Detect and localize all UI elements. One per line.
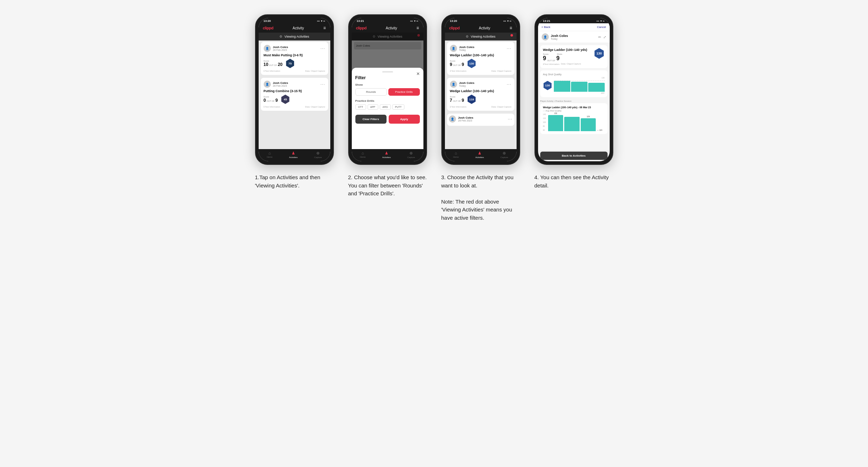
card-stats-1-2: Score 0 OUT OF 9 45 bbox=[264, 95, 325, 104]
user-info-1-2: Josh Coles 28 Feb 2023 bbox=[273, 81, 321, 87]
viewing-activities-bar-1[interactable]: ⚙ Viewing Activities bbox=[259, 33, 330, 40]
status-bar-2: 13:21 ▪▪▪ ▾ ▪▪ bbox=[352, 18, 423, 23]
user-name-1-2: Josh Coles bbox=[273, 81, 321, 85]
wifi-icon: ▾ bbox=[321, 20, 322, 23]
score-value-3-2: 7 bbox=[450, 98, 452, 103]
settings-icon-3: ⚙ bbox=[466, 35, 469, 38]
user-date-1-1: 28 Feb 2023 bbox=[273, 49, 321, 51]
bottom-nav-capture-3[interactable]: ⊕ Capture bbox=[500, 151, 508, 158]
status-time-4: 13:21 bbox=[543, 19, 550, 23]
back-to-activities-btn-4[interactable]: Back to Activities bbox=[540, 152, 608, 160]
chip-putt[interactable]: PUTT bbox=[392, 104, 404, 110]
status-time-1: 13:20 bbox=[264, 19, 271, 23]
practice-session-4: Player Activity • Practice Session bbox=[540, 99, 608, 103]
detail-user-name-4: Josh Coles bbox=[551, 34, 598, 38]
rounds-btn[interactable]: Rounds bbox=[355, 88, 387, 96]
filter-title-2: Filter bbox=[355, 75, 420, 80]
status-icons-2: ▪▪▪ ▾ ▪▪ bbox=[410, 20, 418, 23]
filter-close-btn[interactable]: ✕ bbox=[416, 71, 420, 76]
battery-icon-2: ▪▪ bbox=[417, 20, 418, 22]
chip-ott[interactable]: OTT bbox=[355, 104, 366, 110]
back-btn-4[interactable]: < Back bbox=[542, 25, 551, 29]
phone-screen-1: 13:20 ▪▪▪ ▾ ▪▪ clippd Activity ≡ ⚙ bbox=[259, 18, 330, 161]
bottom-nav-home-3[interactable]: ⌂ Home bbox=[453, 151, 459, 158]
filter-drills-label: Practice Drills bbox=[355, 99, 420, 103]
screen-dimmer-2 bbox=[352, 33, 423, 73]
nav-bar-3: clippd Activity ≡ bbox=[445, 23, 517, 33]
wifi-icon-3: ▾ bbox=[507, 20, 509, 23]
detail-icons-4: ✏ ⤢ bbox=[598, 35, 606, 39]
shots-value-1-1: 20 bbox=[278, 62, 282, 67]
cancel-btn-4[interactable]: Cancel bbox=[597, 25, 606, 29]
chart-bars-4 bbox=[554, 79, 605, 92]
chart-bar-2-4 bbox=[571, 82, 588, 92]
activity-card-3-2[interactable]: 👤 Josh Coles Today ··· Wedge Ladder (100… bbox=[447, 78, 514, 111]
nav-menu-2[interactable]: ≡ bbox=[416, 25, 419, 30]
nav-menu-3[interactable]: ≡ bbox=[509, 25, 512, 30]
bar-text-3: Viewing Activities bbox=[471, 35, 495, 38]
wifi-icon-4: ▾ bbox=[600, 20, 602, 23]
bottom-nav-home-2[interactable]: ⌂ Home bbox=[360, 151, 366, 158]
caption-text-3: 3. Choose the Activity that you want to … bbox=[441, 174, 514, 221]
caption-text-1: 1.Tap on Activities and then 'Viewing Ac… bbox=[255, 174, 321, 189]
card-header-3-2: 👤 Josh Coles Today ··· bbox=[450, 81, 512, 88]
apply-btn[interactable]: Apply bbox=[389, 115, 420, 124]
card-dots-1-2[interactable]: ··· bbox=[320, 82, 325, 87]
chart-area-4: 130 bbox=[554, 77, 605, 94]
expand-icon-4[interactable]: ⤢ bbox=[603, 35, 606, 39]
phone-frame-2: 13:21 ▪▪▪ ▾ ▪▪ clippd Activity ≡ bbox=[348, 14, 427, 165]
user-date-3-1: Today bbox=[459, 49, 507, 51]
avatar-1-1: 👤 bbox=[264, 45, 271, 52]
activity-card-1-2[interactable]: 👤 Josh Coles 28 Feb 2023 ··· Putting Com… bbox=[261, 78, 328, 111]
avatar-3-1: 👤 bbox=[450, 45, 457, 52]
sub-bar-3-4: 129 bbox=[581, 118, 596, 131]
shots-value-3-2: 9 bbox=[462, 98, 464, 103]
phone-screen-4: 13:21 ▪▪▪ ▾ ▪▪ < Back Cancel 👤 Jos bbox=[538, 18, 610, 161]
capture-label-3: Capture bbox=[500, 156, 508, 158]
detail-data-source-4: Data: Clippd Capture bbox=[561, 63, 581, 65]
nav-menu-1[interactable]: ≡ bbox=[323, 25, 326, 30]
bottom-nav-activities-2[interactable]: ♟ Activities bbox=[382, 151, 391, 158]
chip-app[interactable]: APP bbox=[368, 104, 378, 110]
detail-nav-4: < Back Cancel bbox=[538, 23, 610, 31]
home-label-2: Home bbox=[360, 156, 366, 158]
capture-icon-2: ⊕ bbox=[409, 151, 413, 156]
sub-bar-1-4: 132 bbox=[548, 115, 563, 131]
bottom-nav-capture-2[interactable]: ⊕ Capture bbox=[407, 151, 415, 158]
viewing-activities-bar-3[interactable]: ⚙ Viewing Activities bbox=[445, 33, 517, 40]
footer-info-right-3-1: Data: Clippd Capture bbox=[491, 70, 511, 72]
status-icons-4: ▪▪▪ ▾ ▪▪ bbox=[596, 20, 604, 23]
wifi-icon-2: ▾ bbox=[414, 20, 416, 23]
clear-filters-btn[interactable]: Clear Filters bbox=[355, 115, 387, 124]
card-dots-1-1[interactable]: ··· bbox=[320, 46, 325, 51]
home-label-3: Home bbox=[453, 156, 459, 158]
sub-bar-4-4: --- 124 bbox=[597, 129, 604, 131]
chart-title-4: Avg Shot Quality bbox=[543, 73, 605, 76]
edit-icon-4[interactable]: ✏ bbox=[598, 35, 601, 39]
user-info-3-2: Josh Coles Today bbox=[459, 81, 507, 87]
bottom-nav-capture-1[interactable]: ⊕ Capture bbox=[314, 151, 322, 158]
activities-icon-2: ♟ bbox=[385, 151, 388, 156]
practice-drills-btn[interactable]: Practice Drills bbox=[388, 88, 420, 96]
card-stats-3-1: Score 9 OUT OF 9 130 bbox=[450, 59, 512, 68]
bottom-nav-activities-1[interactable]: ♟ Activities bbox=[289, 151, 298, 158]
card-header-3-1: 👤 Josh Coles Today ··· bbox=[450, 45, 512, 52]
chip-arg[interactable]: ARG bbox=[380, 104, 391, 110]
bottom-nav-activities-3[interactable]: ♟ Activities bbox=[475, 151, 484, 158]
user-name-3-2: Josh Coles bbox=[459, 81, 507, 85]
activity-card-1-1[interactable]: 👤 Josh Coles 28 Feb 2023 ··· Must Make P… bbox=[261, 42, 328, 75]
status-bar-4: 13:21 ▪▪▪ ▾ ▪▪ bbox=[538, 18, 610, 23]
card-dots-3-2[interactable]: ··· bbox=[507, 82, 511, 87]
detail-outof-4: OUT OF bbox=[547, 59, 555, 62]
card-footer-1-1: ℹ Test Information Data: Clippd Capture bbox=[264, 70, 325, 72]
card-dots-3-1[interactable]: ··· bbox=[507, 46, 511, 51]
detail-score-card-4: Wedge Ladder (100–140 yds) Score Shots 9… bbox=[540, 45, 608, 68]
bottom-nav-home-1[interactable]: ⌂ Home bbox=[267, 151, 273, 158]
quality-hex-1-2: 45 bbox=[280, 95, 290, 104]
chart-bar-1-4 bbox=[554, 81, 570, 92]
screen-background-2: ⚙ Viewing Activities Josh Coles ✕ bbox=[352, 33, 423, 149]
activity-card-3-1[interactable]: 👤 Josh Coles Today ··· Wedge Ladder (100… bbox=[447, 42, 514, 75]
filter-chips-row: OTT APP ARG PUTT bbox=[355, 104, 420, 110]
card-dots-3-3[interactable]: ··· bbox=[508, 116, 512, 121]
activity-card-3-3[interactable]: 👤 Josh Coles 28 Feb 2023 ··· bbox=[447, 114, 514, 126]
